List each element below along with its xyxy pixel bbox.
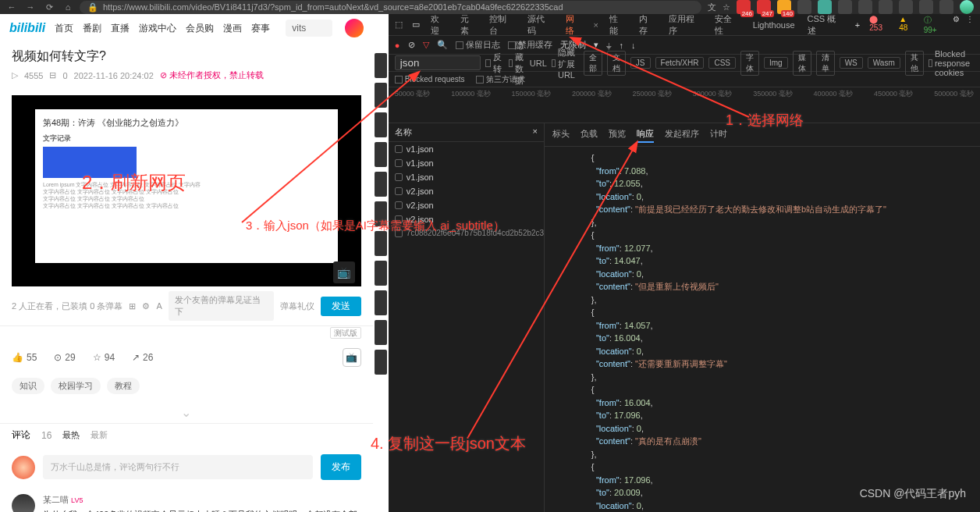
dtab-preview[interactable]: 预览 — [609, 126, 626, 143]
tab-performance[interactable]: 性能 — [608, 10, 628, 40]
reload-icon[interactable]: ⟳ — [44, 2, 55, 12]
nav-match[interactable]: 赛事 — [251, 22, 270, 35]
tab-network[interactable]: 网络 — [564, 10, 584, 40]
home-icon[interactable]: ⌂ — [62, 2, 73, 12]
back-icon[interactable]: ← — [6, 2, 17, 12]
reco-thumb[interactable] — [375, 172, 387, 197]
forward-icon[interactable]: → — [25, 2, 36, 12]
ext-icon[interactable] — [879, 0, 893, 14]
warning-count[interactable]: ▲ 48 — [899, 15, 917, 34]
error-count[interactable]: ⬤ 253 — [869, 15, 893, 34]
tab-css[interactable]: CSS 概述 — [806, 10, 846, 40]
more-icon[interactable]: ⋮ — [966, 15, 974, 34]
reco-thumb[interactable] — [375, 53, 387, 78]
upload-icon[interactable]: ↑ — [620, 41, 624, 50]
tab-memory[interactable]: 内存 — [637, 10, 658, 40]
reco-thumb[interactable] — [375, 290, 387, 315]
device-icon[interactable]: ▭ — [412, 20, 420, 30]
tv-icon[interactable]: 📺 — [333, 261, 355, 283]
reco-thumb[interactable] — [375, 350, 387, 375]
bilibili-logo[interactable]: bilibili — [9, 21, 45, 35]
record-icon[interactable]: ● — [395, 41, 400, 50]
name-header[interactable]: 名称 — [395, 126, 412, 138]
type-js[interactable]: JS — [630, 57, 651, 69]
type-img[interactable]: Img — [764, 57, 788, 69]
fav-button[interactable]: ☆94 — [93, 352, 115, 363]
share-button[interactable]: ↗26 — [132, 352, 153, 363]
danmu-toggle-icon[interactable]: ⊞ — [129, 301, 136, 311]
dtab-timing[interactable]: 计时 — [710, 126, 727, 143]
reco-thumb[interactable] — [375, 320, 387, 345]
nav-game[interactable]: 游戏中心 — [139, 22, 176, 35]
commenter-avatar[interactable] — [12, 494, 35, 512]
triple-icon[interactable]: 📺 — [343, 348, 361, 367]
plus-icon[interactable]: + — [855, 20, 860, 30]
tag[interactable]: 教程 — [107, 378, 140, 394]
ext-icon[interactable] — [899, 0, 913, 14]
my-avatar[interactable] — [12, 456, 35, 479]
inspect-icon[interactable]: ⬚ — [395, 20, 403, 30]
wifi-icon[interactable]: ⏚ — [606, 41, 612, 50]
coin-button[interactable]: ⊙29 — [54, 352, 75, 363]
reco-thumb[interactable] — [375, 201, 387, 226]
close-icon[interactable]: × — [594, 20, 598, 30]
chevron-down-icon[interactable]: ▾ — [594, 40, 598, 50]
ext-icon[interactable] — [777, 0, 791, 14]
request-row[interactable]: 7c088202f6e047b75b18fd4cd2b52b2c34c... — [389, 226, 544, 240]
sort-new[interactable]: 最新 — [91, 429, 108, 441]
tab-welcome[interactable]: 欢迎 — [429, 10, 449, 40]
dtab-headers[interactable]: 标头 — [552, 126, 570, 143]
send-button[interactable]: 发送 — [321, 297, 361, 316]
info-count[interactable]: ⓘ 99+ — [924, 15, 946, 34]
type-wasm[interactable]: Wasm — [868, 57, 900, 69]
reco-thumb[interactable] — [375, 112, 387, 137]
search-icon[interactable]: 🔍 — [437, 40, 448, 50]
nav-live[interactable]: 直播 — [111, 22, 130, 35]
request-row[interactable]: v2.json — [389, 184, 544, 198]
reco-thumb[interactable] — [375, 83, 387, 108]
comment-input[interactable]: 万水千山总是情，评论两句行不行 — [43, 455, 313, 479]
sort-hot[interactable]: 最热 — [62, 429, 80, 441]
danmu-setting-icon[interactable]: ⚙ — [142, 301, 150, 311]
clear-icon[interactable]: ⊘ — [408, 40, 415, 50]
like-button[interactable]: 👍55 — [12, 352, 37, 363]
ext-icon[interactable] — [757, 0, 771, 14]
danmu-input[interactable]: 发个友善的弹幕见证当下 — [169, 291, 274, 321]
timeline[interactable]: 50000 毫秒 100000 毫秒 150000 毫秒 200000 毫秒 2… — [389, 87, 980, 123]
tag[interactable]: 知识 — [12, 378, 44, 394]
request-row[interactable]: v1.json — [389, 142, 544, 156]
filter-icon[interactable]: ▽ — [423, 40, 429, 50]
ext-icon[interactable] — [939, 0, 953, 14]
tab-application[interactable]: 应用程序 — [667, 10, 705, 40]
ext-icon[interactable] — [919, 0, 933, 14]
tab-sources[interactable]: 源代码 — [526, 10, 555, 40]
dtab-response[interactable]: 响应 — [637, 126, 654, 143]
download-icon[interactable]: ↓ — [631, 41, 636, 50]
gear-icon[interactable]: ⚙ — [953, 15, 960, 34]
chevron-down-icon[interactable]: ⌄ — [181, 406, 191, 419]
tab-security[interactable]: 安全性 — [713, 10, 742, 40]
nav-bangumi[interactable]: 番剧 — [83, 22, 101, 35]
tab-lighthouse[interactable]: Lighthouse — [751, 17, 797, 33]
reco-thumb[interactable] — [375, 142, 387, 167]
reco-thumb[interactable] — [375, 231, 387, 256]
request-row[interactable]: v2.json — [389, 212, 544, 226]
keep-log-check[interactable]: 保留日志 — [456, 39, 500, 51]
invert-check[interactable]: 反转 — [485, 52, 504, 75]
nav-shop[interactable]: 会员购 — [186, 22, 214, 35]
tab-elements[interactable]: 元素 — [459, 10, 479, 40]
type-xhr[interactable]: Fetch/XHR — [655, 57, 705, 69]
close-icon[interactable]: × — [532, 126, 537, 138]
type-ws[interactable]: WS — [840, 57, 863, 69]
response-body[interactable]: { "from": 7.088, "to": 12.055, "location… — [545, 147, 980, 512]
request-row[interactable]: v2.json — [389, 198, 544, 212]
commenter-name[interactable]: 某二喵 — [43, 495, 69, 504]
request-row[interactable]: v1.json — [389, 156, 544, 170]
profile-icon[interactable] — [960, 0, 974, 14]
avatar[interactable] — [345, 19, 364, 37]
third-party-check[interactable]: 第三方请求 — [476, 74, 525, 85]
type-css[interactable]: CSS — [708, 57, 736, 69]
publish-button[interactable]: 发布 — [321, 454, 361, 480]
video-player[interactable]: 第48期：许涛 《创业能力之创造力》 文字记录 Lorem ipsum 文字内容… — [12, 95, 361, 286]
dtab-initiator[interactable]: 发起程序 — [665, 126, 699, 143]
